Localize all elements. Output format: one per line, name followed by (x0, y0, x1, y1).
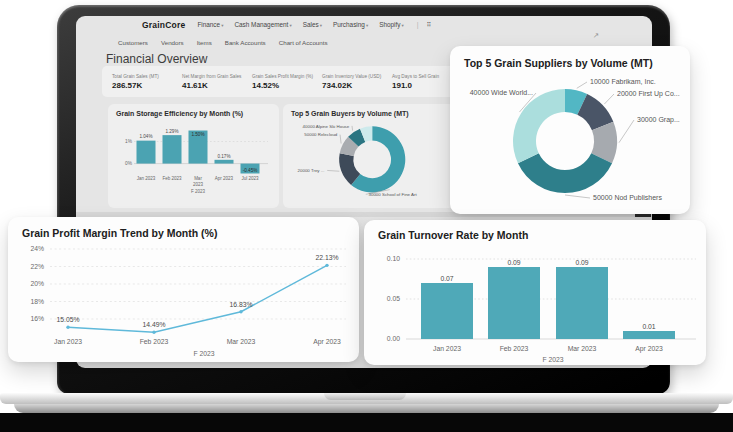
svg-text:20000 First Up Co...: 20000 First Up Co... (617, 90, 680, 98)
profit-margin-line-chart[interactable]: 24%22%20%18%16%15.05%Jan 202314.49%Feb 2… (16, 241, 351, 359)
point-apr-2023[interactable] (325, 264, 328, 267)
bar-mar-2023[interactable] (556, 267, 608, 339)
svg-text:20%: 20% (30, 280, 44, 287)
menu-finance[interactable]: Finance▾ (197, 21, 223, 28)
subnav-customers[interactable]: Customers (118, 39, 148, 46)
main-menu: Finance▾Cash Management▾Sales▾Purchasing… (197, 21, 414, 28)
svg-text:Mar 2023: Mar 2023 (227, 338, 256, 345)
kpi-value: 734.02K (322, 81, 392, 90)
svg-text:30000 Grap...: 30000 Grap... (637, 116, 680, 124)
chevron-down-icon: ▾ (402, 23, 404, 28)
svg-text:0.10: 0.10 (387, 255, 400, 262)
svg-text:Mar 2023: Mar 2023 (568, 345, 597, 352)
kpi-label: Net Margin from Grain Sales (182, 74, 252, 79)
chevron-down-icon: ▾ (221, 23, 223, 28)
page-title: Financial Overview (106, 52, 207, 66)
buyers-donut-chart[interactable]: 30000 School of Fine Art20000 Trey ...50… (291, 119, 447, 198)
svg-text:50000 Relecloud: 50000 Relecloud (304, 132, 338, 137)
kpi-total-grain-sales-mt: Total Grain Sales (MT)286.57K (112, 74, 182, 90)
chart-title: Grain Turnover Rate by Month (378, 229, 692, 241)
kpi-value: 286.57K (112, 81, 182, 90)
svg-text:0.01: 0.01 (642, 323, 655, 330)
svg-text:Jan 2023: Jan 2023 (54, 338, 82, 345)
footer-strip (0, 413, 733, 432)
chart-title: Grain Profit Margin Trend by Month (%) (22, 227, 345, 239)
brand-logo[interactable]: GrainCore (142, 20, 185, 30)
svg-text:F 2023: F 2023 (542, 356, 563, 363)
storage-efficiency-card: Grain Storage Efficiency by Month (%) 1%… (108, 104, 279, 208)
kpi-label: Grain Inventory Value (USD) (322, 74, 392, 79)
svg-text:Jan 2023: Jan 2023 (433, 345, 461, 352)
bar-jan-2023[interactable] (137, 141, 156, 164)
svg-text:F 2023: F 2023 (191, 189, 206, 194)
kpi-value: 14.52% (252, 81, 322, 90)
svg-text:Apr 2023: Apr 2023 (215, 176, 234, 181)
kpi-grain-inventory-value-usd: Grain Inventory Value (USD)734.02K (322, 74, 392, 90)
svg-text:0%: 0% (125, 161, 133, 166)
svg-text:1%: 1% (125, 139, 133, 144)
svg-text:16.83%: 16.83% (229, 301, 252, 308)
svg-text:16%: 16% (30, 315, 44, 322)
kpi-grain-sales-profit-margin: Grain Sales Profit Margin (%)14.52% (252, 74, 322, 90)
svg-text:50000 Nod Publishers: 50000 Nod Publishers (593, 194, 662, 201)
svg-text:Feb 2023: Feb 2023 (162, 176, 182, 181)
slice-40000-wide-world[interactable] (513, 89, 565, 163)
chevron-down-icon: ▾ (320, 23, 322, 28)
laptop-hinge-notch (324, 393, 406, 400)
svg-text:1.04%: 1.04% (139, 134, 152, 139)
slice-50000-nod-publishers[interactable] (518, 153, 612, 193)
svg-text:Jul 2023: Jul 2023 (241, 176, 259, 181)
bar-apr-2023[interactable] (623, 331, 675, 339)
svg-text:F 2023: F 2023 (193, 350, 214, 357)
bar-feb-2023[interactable] (488, 267, 540, 339)
svg-text:40000 Wide World...: 40000 Wide World... (470, 89, 533, 96)
svg-text:30000 School of Fine Art: 30000 School of Fine Art (369, 192, 418, 197)
subnav-bank-accounts[interactable]: Bank Accounts (225, 39, 266, 46)
buyers-volume-card: Top 5 Grain Buyers by Volume (MT) 30000 … (283, 104, 455, 208)
turnover-bar-chart[interactable]: 0.100.050.000.07Jan 20230.09Feb 20230.09… (370, 241, 700, 363)
svg-text:-0.45%: -0.45% (243, 168, 258, 173)
chart-title: Top 5 Grain Suppliers by Volume (MT) (464, 57, 676, 69)
subnav-chart-of-accounts[interactable]: Chart of Accounts (279, 39, 328, 46)
subnav-items[interactable]: Items (197, 39, 212, 46)
bar-jan-2023[interactable] (421, 283, 473, 339)
bar-feb-2023[interactable] (163, 135, 182, 163)
svg-text:22%: 22% (30, 263, 44, 270)
point-feb-2023[interactable] (152, 331, 155, 334)
svg-text:0.00: 0.00 (387, 335, 400, 342)
menu-cash-management[interactable]: Cash Management▾ (234, 21, 291, 28)
profit-margin-card: Grain Profit Margin Trend by Month (%) 2… (8, 217, 359, 362)
svg-text:2023: 2023 (193, 182, 204, 187)
svg-text:Feb 2023: Feb 2023 (140, 338, 169, 345)
menu-shopify[interactable]: Shopify▾ (379, 21, 404, 28)
svg-text:20000 Trey ...: 20000 Trey ... (298, 168, 325, 173)
point-jan-2023[interactable] (66, 326, 69, 329)
page: GrainCore Finance▾Cash Management▾Sales▾… (0, 0, 733, 432)
suppliers-volume-card: Top 5 Grain Suppliers by Volume (MT) 100… (450, 46, 690, 214)
chart-title: Grain Storage Efficiency by Month (%) (116, 110, 271, 117)
menu-purchasing[interactable]: Purchasing▾ (333, 21, 368, 28)
svg-text:22.13%: 22.13% (315, 254, 338, 261)
suppliers-donut-chart[interactable]: 10000 Fabrikam, Inc.20000 First Up Co...… (450, 69, 690, 211)
expand-icon[interactable]: ↗ (593, 31, 599, 40)
point-mar-2023[interactable] (239, 310, 242, 313)
svg-text:10000 Fabrikam, Inc.: 10000 Fabrikam, Inc. (590, 78, 656, 85)
svg-text:40000 Alpine Ski House: 40000 Alpine Ski House (303, 124, 350, 129)
storage-efficiency-chart[interactable]: 1%0%1.04%Jan 20231.29%Feb 20231.50%Mar20… (116, 119, 271, 201)
nav-divider: | (417, 21, 419, 28)
bar-apr-2023[interactable] (215, 160, 234, 164)
turnover-rate-card: Grain Turnover Rate by Month 0.100.050.0… (364, 220, 706, 365)
chart-title: Top 5 Grain Buyers by Volume (MT) (291, 110, 447, 117)
kpi-value: 41.61K (182, 81, 252, 90)
kpi-label: Total Grain Sales (MT) (112, 74, 182, 79)
subnav-vendors[interactable]: Vendors (161, 39, 184, 46)
kpi-net-margin-from-grain-sales: Net Margin from Grain Sales41.61K (182, 74, 252, 90)
kpi-label: Grain Sales Profit Margin (%) (252, 74, 322, 79)
svg-text:15.05%: 15.05% (56, 316, 79, 323)
svg-text:Apr 2023: Apr 2023 (313, 338, 341, 346)
svg-text:Apr 2023: Apr 2023 (635, 345, 663, 353)
apps-grid-icon[interactable]: ⠿ (427, 21, 432, 29)
menu-sales[interactable]: Sales▾ (303, 21, 322, 28)
svg-text:1.50%: 1.50% (191, 132, 204, 137)
chevron-down-icon: ▾ (366, 23, 368, 28)
